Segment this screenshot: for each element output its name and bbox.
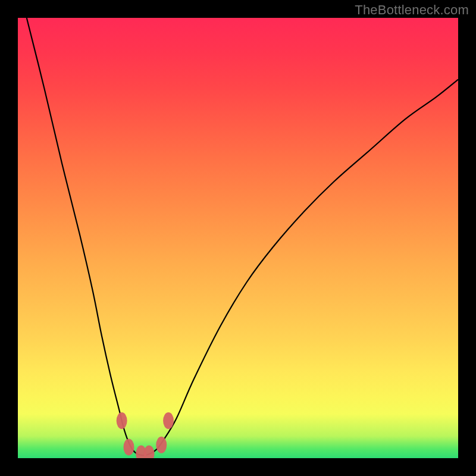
curve-bead <box>156 437 167 453</box>
curve-markers <box>117 412 174 458</box>
watermark-text: TheBottleneck.com <box>355 2 469 18</box>
outer-frame: TheBottleneck.com <box>0 0 476 476</box>
chart-area <box>18 18 458 458</box>
curve-bead <box>117 412 127 429</box>
bottleneck-curve <box>27 18 458 455</box>
curve-bead <box>123 439 134 456</box>
curve-bead <box>163 412 174 429</box>
curve-layer <box>18 18 458 458</box>
curve-bead <box>144 446 155 458</box>
